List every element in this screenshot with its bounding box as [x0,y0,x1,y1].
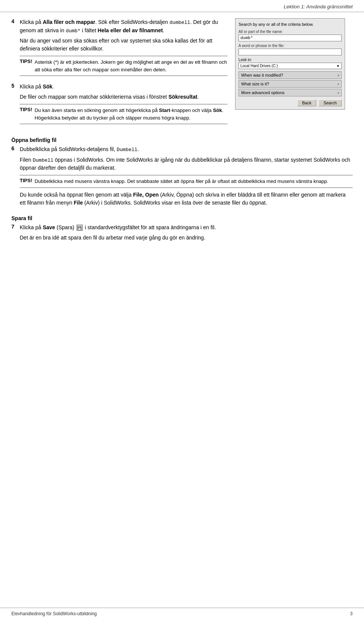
search-panel-title: Search by any or all of the criteria bel… [238,22,342,27]
step-4-line2: När du anger vad som ska sökas efter och… [20,37,228,53]
lookin-dropdown[interactable]: Local Hard Drives (C:) ▼ [238,63,342,69]
step-4-code2: dumb* [66,28,80,34]
phrase-input[interactable] [238,49,342,55]
page-header: Lektion 1: Använda gränssnittet [0,0,364,12]
step-4-number: 4 [11,18,17,79]
step-7-line2: Det är en bra idé att spara den fil du a… [20,234,353,242]
step-7-number: 7 [11,224,17,244]
open-file-section: Öppna befintlig fil 6 Dubbelklicka på So… [0,137,364,209]
phrase-label: A word or phrase in the file: [238,44,342,48]
page-footer: Elevhandledning för SolidWorks-utbildnin… [0,608,364,619]
save-file-section: Spara fil 7 Klicka på Save (Spara) 💾 i s… [0,215,364,244]
step-6-line2: Filen Dumbell öppnas i SolidWorks. Om in… [20,156,353,172]
advanced-arrow-icon: › [337,90,339,95]
step-4-code1: dumbell [169,20,190,25]
open-file-heading: Öppna befintlig fil [11,137,56,143]
filename-label: All or part of the file name: [238,30,342,34]
step-7-line1: Klicka på Save (Spara) 💾 i standardverkt… [20,224,353,232]
tips-3-label: TIPS! [20,178,32,185]
step-5-line1: Klicka på Sök. [20,83,228,91]
size-label: What size is it? [241,82,269,86]
advanced-label: More advanced options [241,90,284,95]
lookin-value: Local Hard Drives (C:) [240,64,278,68]
advanced-expandable[interactable]: More advanced options › [238,89,342,96]
step-5-block: 5 Klicka på Sök. De filer och mappar som… [11,83,228,127]
tips-1-text: Asterisk (*) är ett jokertecken. Jokern … [35,58,228,73]
tips-2-text: Du kan även starta en sökning genom att … [35,107,228,121]
step-5-bold2: Sökresultat [168,94,197,100]
left-column: 4 Klicka på Alla filer och mappar. Sök e… [11,18,228,131]
step-4-bold2: Hela eller del av filnamnet [98,27,163,33]
step-6-bold1: File, Open [133,192,159,198]
step-6-bold2: File [74,200,83,206]
footer-page-number: 3 [350,611,353,616]
tips-2-label: TIPS! [20,107,32,121]
step-6-code1: Dumbell [117,147,138,153]
lookin-label: Look in: [238,58,342,62]
step-6-block: 6 Dubbelklicka på SolidWorks-detaljens f… [11,145,353,209]
step-4-block: 4 Klicka på Alla filer och mappar. Sök e… [11,18,228,79]
size-arrow-icon: › [337,82,339,86]
save-icon: 💾 [77,225,83,231]
step-6-code2: Dumbell [33,158,53,163]
tips-3-block: TIPS! Dubbelklicka med musens vänstra kn… [20,175,353,188]
step-6-number: 6 [11,145,17,209]
step-4-line1: Klicka på Alla filer och mappar. Sök eft… [20,18,228,35]
step-7-bold: Save [43,224,55,230]
tips-2-bold1: Start [159,107,170,113]
modified-label: When was it modified? [241,73,283,77]
step-6-line1: Dubbelklicka på SolidWorks-detaljens fil… [20,145,353,154]
save-file-heading: Spara fil [11,215,32,221]
filename-input[interactable]: dumb* [238,35,342,41]
tips-2-bold2: Sök [213,107,222,113]
size-expandable[interactable]: What size is it? › [238,80,342,88]
tips-1-block: TIPS! Asterisk (*) är ett jokertecken. J… [20,56,228,76]
search-button[interactable]: Search [318,99,342,106]
right-column: Search by any or all of the criteria bel… [235,18,353,131]
step-5-content: Klicka på Sök. De filer och mappar som m… [20,83,228,127]
lesson-title: Lektion 1: Använda gränssnittet [284,4,353,9]
footer-left: Elevhandledning för SolidWorks-utbildnin… [11,611,97,616]
step-6-content: Dubbelklicka på SolidWorks-detaljens fil… [20,145,353,209]
step-7-block: 7 Klicka på Save (Spara) 💾 i standardver… [11,224,353,244]
main-content-area: 4 Klicka på Alla filer och mappar. Sök e… [0,12,364,131]
open-file-heading-row: Öppna befintlig fil [11,137,353,143]
save-file-heading-row: Spara fil [11,215,353,221]
modified-arrow-icon: › [337,73,339,77]
step-4-bold1: Alla filer och mappar [43,19,95,25]
step-6-line3: Du kunde också ha öppnat filen genom att… [20,191,353,207]
search-panel: Search by any or all of the criteria bel… [235,18,345,110]
step-7-content: Klicka på Save (Spara) 💾 i standardverkt… [20,224,353,244]
modified-expandable[interactable]: When was it modified? › [238,71,342,79]
step-5-line2: De filer och mappar som matchar sökkrite… [20,93,228,101]
step-4-content: Klicka på Alla filer och mappar. Sök eft… [20,18,228,79]
tips-3-text: Dubbelklicka med musens vänstra knapp. D… [35,178,328,185]
dropdown-arrow-icon: ▼ [336,64,340,68]
tips-2-block: TIPS! Du kan även starta en sökning geno… [20,104,228,124]
tips-1-label: TIPS! [20,58,32,73]
step-5-bold: Sök [43,83,53,90]
search-panel-buttons: Back Search [238,99,342,106]
step-5-number: 5 [11,83,17,127]
back-button[interactable]: Back [297,99,316,106]
